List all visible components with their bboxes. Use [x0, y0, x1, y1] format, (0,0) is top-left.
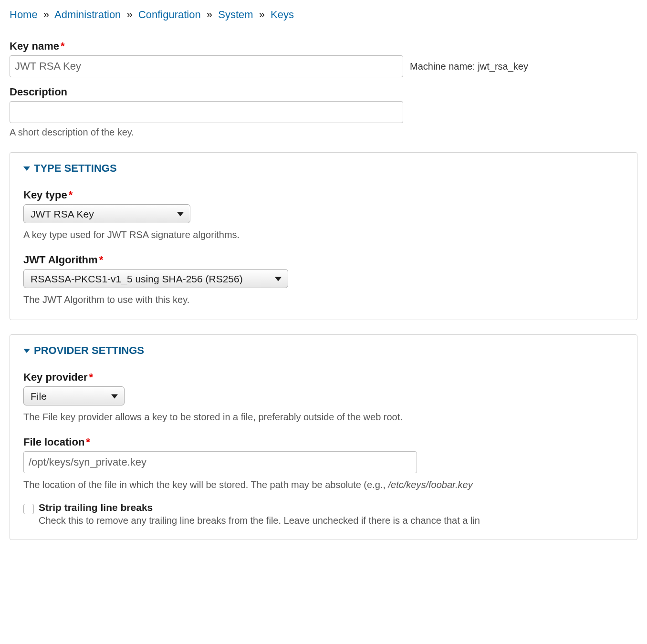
required-star-icon: *: [99, 254, 104, 266]
key-type-label: Key type*: [23, 189, 624, 201]
key-provider-field-wrapper: Key provider* File The File key provider…: [23, 371, 624, 424]
jwt-algorithm-select[interactable]: RSASSA-PKCS1-v1_5 using SHA-256 (RS256): [23, 269, 288, 288]
jwt-algorithm-field-wrapper: JWT Algorithm* RSASSA-PKCS1-v1_5 using S…: [23, 254, 624, 306]
provider-settings-fieldset: Provider Settings Key provider* File The…: [10, 334, 637, 540]
provider-settings-legend: Provider Settings: [34, 344, 144, 357]
description-help-text: A short description of the key.: [10, 127, 637, 138]
type-settings-summary[interactable]: Type Settings: [23, 162, 624, 175]
key-provider-help-text: The File key provider allows a key to be…: [23, 410, 624, 424]
file-location-help-prefix: The location of the file in which the ke…: [23, 479, 388, 490]
description-field-wrapper: Description A short description of the k…: [10, 86, 637, 138]
required-star-icon: *: [89, 371, 94, 383]
file-location-help-text: The location of the file in which the ke…: [23, 478, 624, 491]
breadcrumb-link-system[interactable]: System: [218, 9, 253, 21]
breadcrumb-separator: »: [259, 9, 265, 21]
provider-settings-summary[interactable]: Provider Settings: [23, 344, 624, 357]
type-settings-fieldset: Type Settings Key type* JWT RSA Key A ke…: [10, 152, 637, 320]
key-provider-label: Key provider*: [23, 371, 624, 384]
machine-name-value: jwt_rsa_key: [478, 61, 528, 72]
breadcrumb-separator: »: [43, 9, 49, 21]
key-name-label: Key name*: [10, 40, 637, 52]
key-name-input[interactable]: [10, 55, 403, 77]
breadcrumb: Home » Administration » Configuration » …: [10, 9, 637, 21]
breadcrumb-link-administration[interactable]: Administration: [54, 9, 121, 21]
key-provider-label-text: Key provider: [23, 371, 88, 383]
type-settings-legend: Type Settings: [34, 162, 117, 175]
description-label: Description: [10, 86, 637, 98]
chevron-down-icon: [23, 166, 30, 171]
key-type-select[interactable]: JWT RSA Key: [23, 204, 190, 223]
file-location-help-example: /etc/keys/foobar.key: [388, 479, 473, 490]
breadcrumb-link-home[interactable]: Home: [10, 9, 38, 21]
breadcrumb-link-configuration[interactable]: Configuration: [138, 9, 201, 21]
strip-trailing-checkbox[interactable]: [23, 504, 34, 514]
jwt-algorithm-label-text: JWT Algorithm: [23, 254, 98, 266]
breadcrumb-separator: »: [126, 9, 132, 21]
strip-trailing-label: Strip trailing line breaks: [39, 502, 480, 513]
required-star-icon: *: [61, 40, 65, 52]
jwt-algorithm-label: JWT Algorithm*: [23, 254, 624, 266]
chevron-down-icon: [23, 349, 30, 353]
key-name-field-wrapper: Key name* Machine name: jwt_rsa_key: [10, 40, 637, 77]
key-type-label-text: Key type: [23, 189, 67, 201]
machine-name-display: Machine name: jwt_rsa_key: [410, 61, 528, 72]
jwt-algorithm-help-text: The JWT Algorithm to use with this key.: [23, 293, 624, 306]
description-input[interactable]: [10, 101, 403, 123]
key-provider-select[interactable]: File: [23, 386, 125, 405]
strip-trailing-field-wrapper: Strip trailing line breaks Check this to…: [23, 502, 624, 526]
required-star-icon: *: [69, 189, 73, 201]
breadcrumb-link-keys[interactable]: Keys: [271, 9, 294, 21]
strip-trailing-help-text: Check this to remove any trailing line b…: [39, 515, 480, 526]
key-type-help-text: A key type used for JWT RSA signature al…: [23, 228, 624, 241]
breadcrumb-separator: »: [207, 9, 212, 21]
file-location-label-text: File location: [23, 436, 84, 448]
key-type-field-wrapper: Key type* JWT RSA Key A key type used fo…: [23, 189, 624, 241]
file-location-input[interactable]: [23, 451, 417, 473]
required-star-icon: *: [86, 436, 90, 448]
file-location-label: File location*: [23, 436, 624, 448]
key-name-label-text: Key name: [10, 40, 59, 52]
file-location-field-wrapper: File location* The location of the file …: [23, 436, 624, 491]
machine-name-label: Machine name:: [410, 61, 475, 72]
